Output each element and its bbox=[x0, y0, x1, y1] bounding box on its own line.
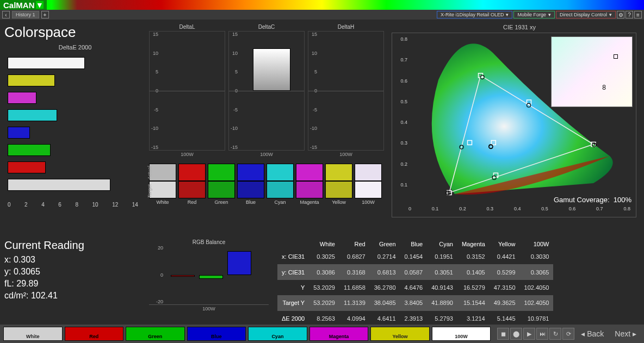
deltaE-bar bbox=[8, 74, 55, 86]
table-header: Yellow bbox=[490, 239, 520, 249]
mini-chart-deltaC: DeltaC151050-5-10-15100W bbox=[228, 24, 305, 157]
rgb-bar-B bbox=[227, 251, 251, 275]
reading-row: y: 0.3065 bbox=[4, 267, 146, 277]
gear-icon[interactable]: ⚙ bbox=[617, 11, 624, 18]
play-icon[interactable]: ▶ bbox=[523, 328, 535, 340]
stop-icon[interactable]: ◼ bbox=[497, 328, 509, 340]
swatch-row-actual: Actual bbox=[147, 166, 152, 179]
rgb-bar-R bbox=[171, 275, 195, 277]
rgb-bar-G bbox=[199, 275, 223, 279]
table-header: Blue bbox=[400, 239, 428, 249]
table-row: y: CIE310.30860.31680.68130.05870.30510.… bbox=[277, 264, 553, 279]
reading-row: x: 0.303 bbox=[4, 255, 146, 265]
device-pill[interactable]: Direct Display Control ▾ bbox=[556, 11, 616, 18]
deltaE-bar bbox=[8, 92, 36, 104]
repeat-icon[interactable]: ⟳ bbox=[562, 328, 574, 340]
table-header: White bbox=[309, 239, 339, 249]
swatch-Magenta: Magenta bbox=[296, 164, 323, 205]
add-tab-icon[interactable]: + bbox=[41, 11, 49, 18]
deltaE-bar bbox=[8, 179, 110, 191]
bottom-center: RGB Balance 200-20 100W WhiteRedGreenBlu… bbox=[149, 239, 644, 326]
footer-swatch-Yellow[interactable]: Yellow bbox=[370, 327, 430, 341]
back-icon[interactable]: ‹ bbox=[2, 11, 10, 18]
table-header: Red bbox=[339, 239, 370, 249]
swatch-Yellow: Yellow bbox=[325, 164, 352, 205]
deltaE-title: DeltaE 2000 bbox=[4, 44, 146, 51]
footer-swatch-Magenta[interactable]: Magenta bbox=[309, 327, 369, 341]
footer-swatch-Green[interactable]: Green bbox=[126, 327, 185, 341]
mini-chart-deltaL: DeltaL151050-5-10-15100W bbox=[149, 24, 225, 157]
footer-swatch-Cyan[interactable]: Cyan bbox=[248, 327, 307, 341]
reading-row: fL: 29.89 bbox=[4, 279, 146, 289]
rgb-xlabel: 100W bbox=[149, 306, 269, 311]
swatch-Red: Red bbox=[178, 164, 206, 205]
mini-chart-deltaH: DeltaH151050-5-10-15100W bbox=[308, 24, 384, 157]
cie-title: CIE 1931 xy bbox=[392, 24, 644, 30]
deltaE-bar bbox=[8, 109, 57, 121]
deltaE-panel: Colorspace DeltaE 2000 02468101214 bbox=[4, 24, 146, 236]
data-table: WhiteRedGreenBlueCyanMagentaYellow100W x… bbox=[277, 239, 553, 326]
footer-swatch-100W[interactable]: 100W bbox=[432, 327, 491, 341]
spectrum-bar: CalMAN▾ bbox=[0, 0, 644, 10]
cie-chart: 0.80.70.60.50.40.30.20.1 bbox=[392, 33, 636, 217]
rgb-balance-chart: RGB Balance 200-20 100W bbox=[149, 239, 269, 326]
current-reading: Current Reading x: 0.303y: 0.3065fL: 29.… bbox=[4, 239, 146, 326]
help-icon[interactable]: ? bbox=[626, 11, 633, 18]
next-button[interactable]: Next ▸ bbox=[610, 329, 641, 338]
center-panel: DeltaL151050-5-10-15100WDeltaC151050-5-1… bbox=[149, 24, 388, 236]
logo-dropdown-icon[interactable]: ▾ bbox=[36, 1, 44, 9]
table-header: Green bbox=[370, 239, 400, 249]
table-row: x: CIE310.30250.68270.27140.14540.19510.… bbox=[277, 249, 553, 264]
swatch-Blue: Blue bbox=[237, 164, 264, 205]
deltaE-bar bbox=[8, 127, 30, 139]
menu-icon[interactable]: ≡ bbox=[634, 11, 642, 18]
gamut-coverage: Gamut Coverage: 100% bbox=[554, 196, 631, 204]
deltaE-bar bbox=[8, 144, 51, 156]
footer-controls: ◼ ⬤ ▶ ⏭ ↻ ⟳ bbox=[497, 328, 574, 340]
swatch-Green: Green bbox=[208, 164, 235, 205]
device-pill[interactable]: X-Rite i1Display Retail OLED ▾ bbox=[437, 11, 513, 18]
reading-title: Current Reading bbox=[4, 239, 146, 252]
cie-panel: CIE 1931 xy 0.80.70.60.50.40.30.20.1 bbox=[392, 24, 644, 236]
table-row: Y53.202911.685836.27804.647640.914316.52… bbox=[277, 280, 553, 295]
sub-toolbar: ‹ History 1 + X-Rite i1Display Retail OL… bbox=[0, 10, 644, 20]
footer-swatch-Blue[interactable]: Blue bbox=[187, 327, 246, 341]
swatch-Cyan: Cyan bbox=[267, 164, 294, 205]
inset-target-icon bbox=[614, 54, 618, 59]
swatch-row-target: Target bbox=[147, 184, 152, 198]
table-header: Cyan bbox=[427, 239, 457, 249]
record-icon[interactable]: ⬤ bbox=[510, 328, 522, 340]
deltaC-bar bbox=[253, 48, 290, 91]
table-header: 100W bbox=[520, 239, 554, 249]
table-row: ΔE 20008.25634.09944.64112.39135.27933.1… bbox=[277, 311, 553, 326]
table-row: Target Y53.202911.313938.04853.840541.88… bbox=[277, 295, 553, 310]
footer: WhiteRedGreenBlueCyanMagentaYellow100W ◼… bbox=[0, 325, 644, 343]
table-header: Magenta bbox=[457, 239, 490, 249]
footer-swatch-White[interactable]: White bbox=[3, 327, 63, 341]
reading-row: cd/m²: 102.41 bbox=[4, 291, 146, 301]
history-tab[interactable]: History 1 bbox=[12, 11, 39, 18]
deltaE-chart: 02468101214 bbox=[4, 53, 140, 210]
ff-icon[interactable]: ⏭ bbox=[536, 328, 548, 340]
deltaE-bar bbox=[8, 161, 46, 173]
app-logo: CalMAN▾ bbox=[0, 0, 47, 10]
cie-inset: 8 bbox=[551, 36, 633, 107]
device-pill[interactable]: Mobile Forge ▾ bbox=[513, 11, 555, 18]
loop-icon[interactable]: ↻ bbox=[549, 328, 561, 340]
back-button[interactable]: ◂ Back bbox=[577, 329, 608, 338]
swatch-100W: 100W bbox=[355, 164, 382, 205]
deltaE-bar bbox=[8, 57, 85, 69]
swatch-White: White bbox=[149, 164, 176, 205]
inset-meas-icon: 8 bbox=[602, 84, 606, 91]
footer-swatch-Red[interactable]: Red bbox=[65, 327, 124, 341]
rgb-title: RGB Balance bbox=[149, 239, 269, 245]
page-title: Colorspace bbox=[4, 24, 146, 41]
